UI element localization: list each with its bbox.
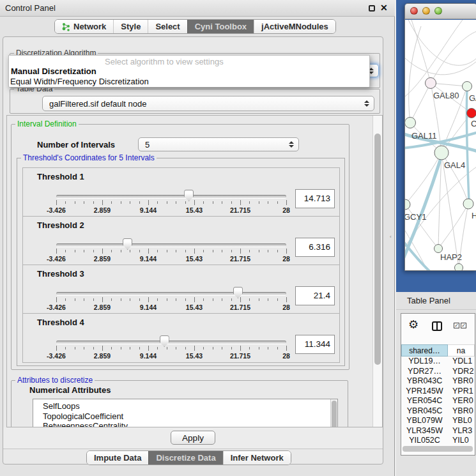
gear-icon[interactable]: ⚙	[408, 319, 418, 330]
threshold-value-field[interactable]: 6.316	[295, 238, 335, 257]
tick-mark	[194, 249, 195, 254]
table-row[interactable]: YER054CYER0	[401, 396, 475, 406]
table-row[interactable]: YDL19…YDL1	[401, 357, 475, 367]
threshold-row: Threshold 4 -3.4262.8599.14415.4321.7152…	[23, 314, 339, 362]
network-node[interactable]	[455, 264, 463, 272]
zoom-traffic-light[interactable]	[434, 7, 442, 15]
cell-name[interactable]: YBR0	[448, 406, 475, 417]
slider-track[interactable]	[56, 195, 286, 198]
tick-mark	[185, 347, 186, 349]
table-row[interactable]: YLR345WYLR3	[401, 426, 475, 436]
splitter-grip[interactable]: ‹	[390, 234, 393, 240]
close-traffic-light[interactable]	[410, 7, 418, 15]
network-node[interactable]	[463, 199, 473, 209]
control-panel-window: Control Panel ✕ Network Style Select Cyn…	[0, 0, 395, 476]
attribute-list-item[interactable]: BetweennessCentrality	[33, 421, 337, 427]
network-node[interactable]	[434, 245, 443, 253]
cell-shared-name[interactable]: YIL052C	[401, 436, 448, 446]
table-row[interactable]: YDR27…YDR2	[401, 367, 475, 377]
threshold-slider[interactable]: -3.4262.8599.14415.4321.71528	[56, 236, 286, 264]
slider-track[interactable]	[56, 243, 286, 247]
table-row[interactable]: YPR145WYPR1	[401, 387, 475, 397]
horizontal-scrollbar-thumb[interactable]	[403, 446, 473, 452]
threshold-slider[interactable]: -3.4262.8599.14415.4321.71528	[56, 284, 286, 312]
float-window-icon[interactable]	[369, 5, 375, 12]
network-node[interactable]	[467, 109, 476, 118]
network-node[interactable]	[463, 82, 472, 91]
tick-mark	[167, 201, 167, 204]
threshold-slider[interactable]: -3.4262.8599.14415.4321.71528	[56, 333, 286, 361]
tick-mark	[240, 249, 241, 254]
cell-shared-name[interactable]: YLR345W	[401, 426, 448, 436]
network-canvas[interactable]: GAL80GACGAL11GAL4GCY1HHAP2	[405, 20, 476, 271]
tick-mark	[139, 250, 140, 252]
cell-name[interactable]: YBL0	[448, 416, 475, 426]
cell-shared-name[interactable]: YER054C	[401, 396, 448, 406]
close-icon[interactable]: ✕	[380, 3, 388, 13]
tick-mark	[75, 201, 75, 204]
slider-tick-labels: -3.4262.8599.14415.4321.71528	[56, 303, 286, 311]
cell-name[interactable]: YDR2	[448, 367, 475, 377]
minimize-traffic-light[interactable]	[422, 7, 430, 15]
tab-select[interactable]: Select	[148, 20, 187, 33]
vertical-scrollbar[interactable]	[372, 116, 382, 427]
cell-shared-name[interactable]: YPR145W	[401, 387, 448, 397]
tick-mark	[167, 250, 167, 252]
algorithm-dropdown-popup: Select algorithm to view settings Manual…	[8, 55, 370, 88]
threshold-value-field[interactable]: 14.713	[295, 189, 335, 208]
tick-mark	[93, 201, 94, 204]
tick-label: 15.43	[186, 206, 203, 214]
vertical-scrollbar-thumb[interactable]	[374, 134, 381, 365]
column-header-shared-name[interactable]: shared…	[401, 344, 448, 357]
cell-name[interactable]: YIL0	[448, 436, 475, 446]
network-node[interactable]	[405, 199, 410, 210]
attribute-list-item[interactable]: SelfLoops	[33, 399, 337, 411]
threshold-value-field[interactable]: 11.344	[295, 335, 335, 354]
column-header-name[interactable]: na	[448, 344, 475, 357]
table-row[interactable]: YBR045CYBR0	[401, 406, 475, 417]
cell-shared-name[interactable]: YDR27…	[401, 367, 448, 377]
network-node[interactable]	[434, 146, 449, 160]
threshold-row: Threshold 1 -3.4262.8599.14415.4321.7152…	[23, 168, 339, 217]
columns-icon[interactable]	[432, 321, 442, 331]
table-data-combobox[interactable]: galFiltered.sif default node	[42, 96, 374, 111]
list-scrollbar-thumb[interactable]	[332, 401, 337, 427]
table-row[interactable]: YIL052CYIL0	[401, 436, 475, 446]
table-panel-header: Table Panel	[396, 292, 476, 310]
cell-shared-name[interactable]: YBR043C	[401, 376, 448, 387]
checkbox-icon[interactable]: ✓	[454, 323, 459, 328]
cell-name[interactable]: YLR3	[448, 426, 475, 436]
tab-discretize-data[interactable]: Discretize Data	[148, 451, 222, 464]
checkbox-icon[interactable]: ✓	[461, 323, 466, 328]
tab-jactivemnodules[interactable]: jActiveMNodules	[254, 20, 335, 33]
network-node[interactable]	[426, 78, 436, 89]
number-of-intervals-combobox[interactable]: 5	[138, 137, 299, 151]
tab-cyni-toolbox[interactable]: Cyni Toolbox	[187, 20, 254, 33]
threshold-slider[interactable]: -3.4262.8599.14415.4321.71528	[56, 187, 286, 215]
slider-track[interactable]	[56, 292, 286, 295]
table-row[interactable]: YBR043CYBR0	[401, 376, 475, 387]
table-row[interactable]: YBL079WYBL0	[401, 416, 475, 426]
cell-shared-name[interactable]: YBR045C	[401, 406, 448, 417]
cell-shared-name[interactable]: YDL19…	[401, 357, 448, 367]
tab-infer-network[interactable]: Infer Network	[223, 451, 291, 464]
cell-shared-name[interactable]: YBL079W	[401, 416, 448, 426]
slider-track[interactable]	[56, 341, 286, 344]
tab-impute-data[interactable]: Impute Data	[87, 451, 148, 464]
cell-name[interactable]: YBR0	[448, 376, 475, 387]
cell-name[interactable]: YPR1	[448, 387, 475, 397]
tab-network[interactable]: Network	[55, 20, 113, 33]
tab-label: Impute Data	[94, 453, 141, 463]
tick-mark	[277, 201, 278, 204]
cell-name[interactable]: YER0	[448, 396, 475, 406]
cell-name[interactable]: YDL1	[448, 357, 475, 367]
network-node[interactable]	[405, 118, 416, 128]
threshold-value-field[interactable]: 21.4	[295, 286, 335, 305]
dropdown-option-manual[interactable]: Manual Discretization	[11, 66, 96, 76]
apply-button[interactable]: Apply	[171, 431, 215, 445]
dropdown-option-equal-width[interactable]: Equal Width/Frequency Discretization	[10, 77, 149, 86]
tick-mark	[65, 347, 66, 349]
attribute-list-item[interactable]: TopologicalCoefficient	[33, 411, 337, 422]
tab-style[interactable]: Style	[113, 20, 148, 33]
list-scrollbar[interactable]	[330, 399, 337, 427]
